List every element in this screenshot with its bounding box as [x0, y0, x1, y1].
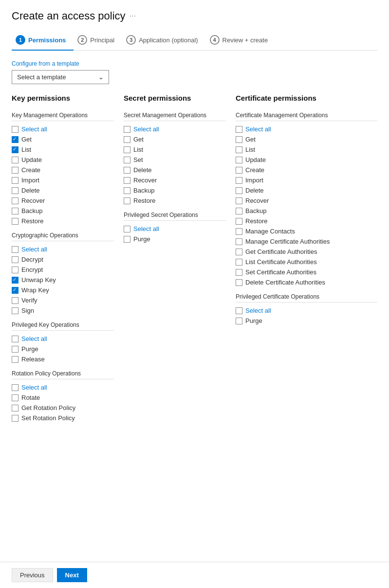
checkbox-cm_manageca[interactable]: [236, 238, 242, 245]
label-co_verify[interactable]: Verify: [21, 297, 37, 304]
label-pk_release[interactable]: Release: [21, 356, 45, 363]
label-sm_recover[interactable]: Recover: [133, 177, 157, 184]
checkbox-sm_set[interactable]: [124, 157, 130, 163]
checkbox-ps_selectall[interactable]: [124, 226, 130, 232]
wizard-tab-application[interactable]: 3Application (optional): [122, 30, 205, 51]
checkbox-pk_purge[interactable]: [12, 346, 19, 353]
label-cm_recover[interactable]: Recover: [245, 197, 269, 204]
checkbox-sm_selectall[interactable]: [124, 126, 130, 133]
label-km_import[interactable]: Import: [21, 177, 39, 184]
label-km_backup[interactable]: Backup: [21, 207, 42, 214]
label-sm_backup[interactable]: Backup: [133, 187, 154, 194]
label-sm_list[interactable]: List: [133, 146, 143, 153]
checkbox-rp_selectall[interactable]: [12, 384, 19, 391]
checkbox-km_recover[interactable]: [12, 197, 19, 204]
checkbox-co_decrypt[interactable]: [12, 256, 19, 263]
checkbox-pc_selectall[interactable]: [236, 307, 242, 314]
page-title-dots[interactable]: ···: [130, 12, 136, 20]
checkbox-co_unwrapkey[interactable]: [12, 277, 19, 284]
label-km_update[interactable]: Update: [21, 156, 42, 163]
checkbox-cm_listca[interactable]: [236, 259, 242, 266]
checkbox-cm_selectall[interactable]: [236, 126, 242, 133]
label-co_selectall[interactable]: Select all: [21, 246, 47, 253]
label-cm_update[interactable]: Update: [245, 156, 266, 163]
checkbox-sm_restore[interactable]: [124, 197, 130, 204]
checkbox-co_encrypt[interactable]: [12, 267, 19, 273]
label-co_unwrapkey[interactable]: Unwrap Key: [21, 276, 56, 284]
label-rp_getpolicy[interactable]: Get Rotation Policy: [21, 404, 75, 411]
label-cm_restore[interactable]: Restore: [245, 217, 268, 225]
label-cm_get[interactable]: Get: [245, 136, 256, 143]
label-cm_manageca[interactable]: Manage Certificate Authorities: [245, 238, 330, 245]
label-ps_selectall[interactable]: Select all: [133, 225, 159, 232]
checkbox-km_create[interactable]: [12, 167, 19, 174]
label-rp_rotate[interactable]: Rotate: [21, 394, 40, 401]
label-co_decrypt[interactable]: Decrypt: [21, 256, 43, 263]
checkbox-co_verify[interactable]: [12, 297, 19, 304]
label-co_wrapkey[interactable]: Wrap Key: [21, 286, 49, 294]
label-cm_deleteca[interactable]: Delete Certificate Authorities: [245, 279, 325, 286]
checkbox-cm_delete[interactable]: [236, 187, 242, 194]
checkbox-pk_selectall[interactable]: [12, 336, 19, 342]
label-sm_delete[interactable]: Delete: [133, 166, 152, 174]
label-sm_selectall[interactable]: Select all: [133, 125, 159, 133]
label-cm_import[interactable]: Import: [245, 177, 263, 184]
checkbox-sm_delete[interactable]: [124, 167, 130, 174]
checkbox-km_restore[interactable]: [12, 218, 19, 225]
label-pk_purge[interactable]: Purge: [21, 345, 38, 353]
label-km_delete[interactable]: Delete: [21, 187, 40, 194]
checkbox-cm_create[interactable]: [236, 167, 242, 174]
label-cm_selectall[interactable]: Select all: [245, 125, 271, 133]
checkbox-rp_rotate[interactable]: [12, 394, 19, 401]
checkbox-km_get[interactable]: [12, 136, 19, 143]
checkbox-cm_managecontacts[interactable]: [236, 228, 242, 235]
checkbox-km_update[interactable]: [12, 157, 19, 163]
checkbox-pk_release[interactable]: [12, 356, 19, 363]
label-cm_backup[interactable]: Backup: [245, 207, 266, 214]
checkbox-sm_list[interactable]: [124, 146, 130, 153]
wizard-tab-principal[interactable]: 2Principal: [74, 30, 122, 51]
checkbox-pc_purge[interactable]: [236, 318, 242, 324]
label-rp_setpolicy[interactable]: Set Rotation Policy: [21, 414, 75, 422]
label-km_create[interactable]: Create: [21, 166, 40, 174]
checkbox-co_wrapkey[interactable]: [12, 287, 19, 294]
label-sm_restore[interactable]: Restore: [133, 197, 156, 204]
template-dropdown[interactable]: Select a template ⌄: [12, 70, 109, 84]
checkbox-rp_setpolicy[interactable]: [12, 415, 19, 422]
checkbox-ps_purge[interactable]: [124, 236, 130, 243]
label-sm_set[interactable]: Set: [133, 156, 143, 163]
label-cm_setca[interactable]: Set Certificate Authorities: [245, 268, 316, 276]
label-pc_purge[interactable]: Purge: [245, 317, 262, 324]
label-km_restore[interactable]: Restore: [21, 217, 44, 225]
checkbox-cm_restore[interactable]: [236, 218, 242, 225]
checkbox-cm_recover[interactable]: [236, 197, 242, 204]
label-km_list[interactable]: List: [21, 146, 31, 153]
checkbox-km_import[interactable]: [12, 177, 19, 184]
checkbox-sm_get[interactable]: [124, 136, 130, 143]
label-km_get[interactable]: Get: [21, 136, 32, 143]
label-km_selectall[interactable]: Select all: [21, 125, 47, 133]
label-cm_create[interactable]: Create: [245, 166, 264, 174]
wizard-tab-review[interactable]: 4Review + create: [206, 30, 276, 51]
label-km_recover[interactable]: Recover: [21, 197, 45, 204]
label-pc_selectall[interactable]: Select all: [245, 307, 271, 314]
wizard-tab-permissions[interactable]: 1Permissions: [12, 30, 74, 51]
checkbox-km_list[interactable]: [12, 146, 19, 153]
checkbox-sm_backup[interactable]: [124, 187, 130, 194]
label-co_encrypt[interactable]: Encrypt: [21, 266, 43, 273]
label-co_sign[interactable]: Sign: [21, 307, 34, 314]
label-cm_managecontacts[interactable]: Manage Contacts: [245, 228, 295, 235]
checkbox-rp_getpolicy[interactable]: [12, 405, 19, 411]
checkbox-km_delete[interactable]: [12, 187, 19, 194]
checkbox-km_backup[interactable]: [12, 208, 19, 214]
checkbox-km_selectall[interactable]: [12, 126, 19, 133]
checkbox-cm_backup[interactable]: [236, 208, 242, 214]
label-cm_list[interactable]: List: [245, 146, 255, 153]
checkbox-sm_recover[interactable]: [124, 177, 130, 184]
label-ps_purge[interactable]: Purge: [133, 235, 150, 243]
checkbox-co_sign[interactable]: [12, 307, 19, 314]
label-cm_delete[interactable]: Delete: [245, 187, 264, 194]
checkbox-cm_list[interactable]: [236, 146, 242, 153]
checkbox-cm_deleteca[interactable]: [236, 279, 242, 286]
checkbox-cm_import[interactable]: [236, 177, 242, 184]
